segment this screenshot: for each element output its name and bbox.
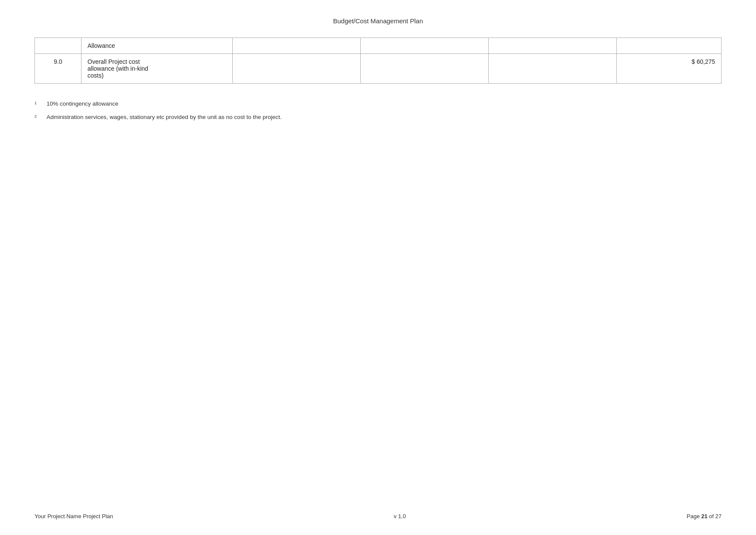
footnote-2-text: Administration services, wages, stationa… — [47, 113, 282, 122]
footnote-2: 2 Administration services, wages, statio… — [34, 113, 722, 122]
footer-page-of: of — [707, 513, 715, 519]
footer-page-total: 27 — [715, 513, 722, 519]
document-title: Budget/Cost Management Plan — [333, 17, 423, 25]
section-header-empty1 — [233, 38, 361, 54]
footer-center: v 1.0 — [113, 513, 687, 519]
footnote-2-sup: 2 — [34, 114, 37, 119]
page-footer: Your Project Name Project Plan v 1.0 Pag… — [34, 513, 722, 519]
footnote-2-num: 2 — [34, 113, 47, 122]
footnote-1-sup: 1 — [34, 101, 37, 105]
row-desc-line1: Overall Project cost — [87, 58, 140, 65]
section-header-label-cell: Allowance — [81, 38, 233, 54]
row-number: 9.0 — [54, 58, 62, 65]
row-desc-line2: allowance (with in-kind — [87, 65, 148, 72]
budget-table: Allowance 9.0 Overall Project cost — [34, 38, 722, 84]
row-col1 — [233, 54, 361, 84]
row-value-cell: $ 60,275 — [617, 54, 722, 84]
footer-left: Your Project Name Project Plan — [34, 513, 113, 519]
footer-page-prefix: Page — [687, 513, 701, 519]
footnote-1: 1 10% contingency allowance — [34, 99, 722, 109]
row-description-cell: Overall Project cost allowance (with in-… — [81, 54, 233, 84]
budget-table-wrapper: Allowance 9.0 Overall Project cost — [34, 38, 722, 84]
section-header-label: Allowance — [87, 42, 115, 49]
row-number-cell: 9.0 — [35, 54, 81, 84]
section-header-empty4 — [617, 38, 722, 54]
page-header: Budget/Cost Management Plan — [34, 17, 722, 25]
row-col3 — [489, 54, 617, 84]
footer-right: Page 21 of 27 — [687, 513, 722, 519]
row-value: $ 60,275 — [692, 58, 715, 65]
table-row: 9.0 Overall Project cost allowance (with… — [35, 54, 722, 84]
footnote-1-num: 1 — [34, 99, 47, 109]
section-header-empty2 — [361, 38, 489, 54]
section-header-row: Allowance — [35, 38, 722, 54]
row-desc-line3: costs) — [87, 72, 103, 79]
section-header-num-cell — [35, 38, 81, 54]
section-header-empty3 — [489, 38, 617, 54]
footer-project-name: Your Project Name Project Plan — [34, 513, 113, 519]
footer-version: v 1.0 — [394, 513, 406, 519]
row-description: Overall Project cost allowance (with in-… — [87, 58, 226, 79]
page-container: Budget/Cost Management Plan Allowance — [0, 0, 756, 535]
row-col2 — [361, 54, 489, 84]
footer-page-current: 21 — [701, 513, 707, 519]
footnote-1-text: 10% contingency allowance — [47, 99, 119, 109]
footnotes-section: 1 10% contingency allowance 2 Administra… — [34, 99, 722, 126]
